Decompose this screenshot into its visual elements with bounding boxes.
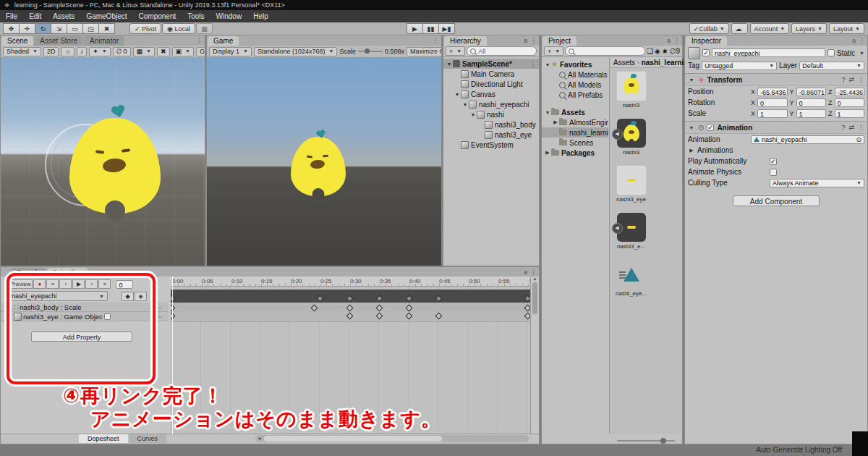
keyframe-diamond[interactable] bbox=[376, 313, 383, 320]
scale-slider[interactable] bbox=[358, 51, 383, 52]
fold-icon[interactable]: ▼ bbox=[469, 112, 477, 117]
menu-file[interactable]: File bbox=[0, 12, 23, 20]
hierarchy-item-directional-light[interactable]: Directional Light bbox=[443, 79, 539, 89]
play-automatically-checkbox[interactable]: ✓ bbox=[770, 158, 777, 165]
grid-snap-button[interactable]: ▦ bbox=[196, 23, 213, 34]
tab-animator[interactable]: Animator bbox=[84, 36, 124, 46]
object-picker-icon[interactable]: ⊙ bbox=[856, 135, 861, 144]
project-search-input[interactable] bbox=[565, 46, 645, 56]
asset-nashi3[interactable]: nashi3 bbox=[616, 72, 647, 109]
scrollbar-thumb[interactable] bbox=[532, 282, 537, 314]
menu-icon[interactable]: ⋮ bbox=[858, 76, 864, 83]
search-by-type-icon[interactable]: ❏ bbox=[647, 47, 653, 55]
project-folder-favorites[interactable]: ▼★Favorites bbox=[542, 59, 608, 69]
maximize-on-play-toggle[interactable]: Maximize On Play bbox=[407, 47, 441, 56]
add-property-button[interactable]: Add Property bbox=[31, 332, 132, 342]
scroll-left-icon[interactable]: ◄ bbox=[257, 435, 262, 442]
keyframe-diamond[interactable] bbox=[346, 313, 354, 320]
menu-icon[interactable]: ⋮ bbox=[529, 60, 537, 68]
foldout-icon[interactable]: ▼ bbox=[688, 125, 695, 130]
pivot-button[interactable]: ✓ Pivot bbox=[129, 23, 161, 34]
custom-tool-icon[interactable]: ✖ bbox=[98, 23, 115, 34]
gizmos-dropdown[interactable]: Gizmos bbox=[196, 47, 205, 56]
layers-button[interactable]: Layers▼ bbox=[791, 23, 827, 34]
rect-tool-icon[interactable]: ▭ bbox=[67, 23, 83, 34]
asset-nashi3[interactable]: ◀nashi3 bbox=[616, 119, 647, 156]
asset-nashi3-e[interactable]: ◀nashi3_e... bbox=[616, 213, 647, 250]
pause-button[interactable]: ▮▮ bbox=[422, 23, 439, 34]
value-field-z[interactable]: 0 bbox=[835, 98, 864, 107]
value-field-x[interactable]: -65.6436 bbox=[757, 88, 787, 96]
collab-button[interactable]: ✓ Collab▼ bbox=[689, 23, 729, 34]
animation-clip-field[interactable]: nashi_eyepachi ⊙ bbox=[751, 135, 864, 144]
step-button[interactable]: ▶▮ bbox=[438, 23, 455, 34]
animation-section-header[interactable]: ▼ ⊙ ✓ Animation ?⇄⋮ bbox=[685, 121, 867, 134]
play-animation-button[interactable]: ▶ bbox=[72, 279, 85, 289]
keyframe-diamond[interactable] bbox=[171, 313, 175, 320]
layout-button[interactable]: Layout▼ bbox=[829, 23, 864, 34]
frame-field[interactable]: 0 bbox=[116, 280, 133, 289]
hierarchy-item-main-camera[interactable]: Main Camera bbox=[443, 69, 539, 79]
breadcrumb-assets[interactable]: Assets bbox=[613, 59, 635, 67]
fold-icon[interactable]: ▼ bbox=[544, 62, 551, 67]
keyframe-diamond[interactable] bbox=[406, 305, 413, 312]
asset-nashi-eye[interactable]: nashi_eye... bbox=[616, 260, 647, 297]
tab-asset-store[interactable]: Asset Store bbox=[34, 36, 83, 46]
thumbnail-size-slider[interactable] bbox=[617, 440, 675, 442]
menu-icon[interactable]: ⋮ bbox=[530, 269, 537, 276]
effects-dropdown-icon[interactable]: ✦▼ bbox=[89, 47, 110, 56]
menu-help[interactable]: Help bbox=[247, 12, 274, 20]
tab-curves[interactable]: Curves bbox=[129, 434, 167, 443]
account-button[interactable]: Account▼ bbox=[750, 23, 789, 34]
hierarchy-search-input[interactable]: All bbox=[467, 46, 537, 56]
next-key-button[interactable]: › bbox=[85, 279, 98, 289]
slider-knob[interactable] bbox=[660, 438, 666, 444]
project-folder-almostengine[interactable]: ▶AlmostEngine bbox=[542, 117, 608, 127]
tab-inspector[interactable]: Inspector bbox=[686, 36, 727, 46]
fold-icon[interactable]: ▼ bbox=[454, 92, 461, 97]
lock-icon[interactable]: a bbox=[852, 37, 856, 44]
value-field-z[interactable]: 1 bbox=[835, 109, 864, 118]
prev-key-button[interactable]: ‹ bbox=[59, 279, 72, 289]
keyframe-diamond[interactable] bbox=[346, 305, 354, 312]
active-value-checkbox[interactable] bbox=[104, 313, 111, 320]
fold-icon[interactable]: ▶ bbox=[544, 150, 551, 156]
clip-dropdown[interactable]: nashi_eyepachi▼ bbox=[8, 291, 108, 301]
expand-arrow-icon[interactable]: ◀ bbox=[612, 129, 623, 140]
value-field-y[interactable]: 1 bbox=[796, 109, 826, 118]
favorites-star-icon[interactable]: ★ bbox=[662, 47, 668, 55]
project-folder-scenes[interactable]: Scenes bbox=[542, 138, 608, 148]
first-key-button[interactable]: « bbox=[46, 279, 59, 289]
lock-icon[interactable]: a bbox=[667, 37, 671, 44]
create-button[interactable]: +▼ bbox=[446, 46, 465, 56]
help-icon[interactable]: ? bbox=[841, 76, 845, 83]
menu-icon[interactable]: ⋮ bbox=[859, 37, 865, 44]
hidden-packages-toggle[interactable]: ∅9 bbox=[670, 47, 680, 55]
hierarchy-item-canvas[interactable]: ▼Canvas bbox=[443, 89, 539, 99]
timeline-ruler[interactable]: 0:000:050:100:150:200:250:300:350:400:45… bbox=[171, 276, 531, 287]
presets-icon[interactable]: ⇄ bbox=[848, 124, 854, 131]
value-field-x[interactable]: 1 bbox=[757, 109, 787, 118]
hierarchy-item-nashi3-eye[interactable]: nashi3_eye bbox=[443, 130, 539, 140]
hierarchy-item-nashi-eyepachi[interactable]: ▼nashi_eyepachi bbox=[443, 99, 539, 109]
culling-type-dropdown[interactable]: Always Animate▼ bbox=[770, 179, 864, 187]
lighting-toggle-icon[interactable]: ☼ bbox=[61, 47, 74, 56]
property-row-nashi3-eye-active[interactable]: nashi3_eye : Game Objec ◦ bbox=[1, 312, 169, 321]
keyframe-diamond[interactable] bbox=[435, 295, 443, 303]
local-button[interactable]: ◉ Local bbox=[162, 23, 195, 34]
scene-visibility-toggle[interactable]: ∅0 bbox=[113, 47, 131, 56]
keyframe-diamond[interactable] bbox=[317, 295, 324, 303]
2d-toggle[interactable]: 2D bbox=[43, 47, 59, 56]
hierarchy-item-samplescene[interactable]: ▼SampleScene*⋮ bbox=[443, 59, 539, 69]
menu-window[interactable]: Window bbox=[210, 12, 248, 20]
transform-section-header[interactable]: ▼ ✛ Transform ?⇄⋮ bbox=[685, 73, 867, 86]
play-button[interactable]: ▶ bbox=[407, 23, 423, 34]
help-icon[interactable]: ? bbox=[841, 124, 845, 131]
tab-console[interactable]: Console bbox=[11, 268, 46, 276]
foldout-icon[interactable]: ▶ bbox=[5, 304, 12, 310]
menu-gameobject[interactable]: GameObject bbox=[80, 12, 132, 20]
project-folder-assets[interactable]: ▼Assets bbox=[542, 107, 608, 117]
display-dropdown[interactable]: Display 1▼ bbox=[209, 47, 252, 56]
menu-edit[interactable]: Edit bbox=[23, 12, 47, 20]
timeline-horizontal-scrollbar[interactable]: ◄ bbox=[255, 435, 529, 442]
